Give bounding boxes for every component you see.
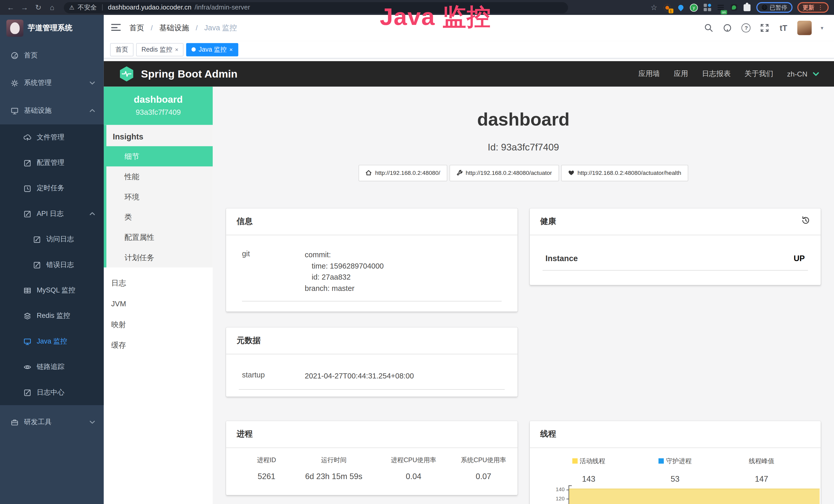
tag-java-monitor[interactable]: Java 监控× [186,43,238,56]
daemon-threads-value: 53 [671,474,680,483]
browser-reload-icon[interactable]: ↻ [33,3,43,12]
instance-links: http://192.168.0.2:48080/ http://192.168… [213,165,834,181]
sba-menu-config-props[interactable]: 配置属性 [106,227,213,247]
paused-label: 已暂停 [770,3,787,11]
spring-boot-admin-logo-icon [119,66,135,82]
health-history-icon[interactable] [801,216,810,227]
sidebar-item-dev-tools[interactable]: 研发工具 [0,408,104,436]
sidebar-item-config-management[interactable]: 配置管理 [0,150,104,175]
log-edit-icon [33,261,41,269]
sidebar-item-system[interactable]: 系统管理 [0,69,104,97]
table-icon [23,286,31,294]
sidebar-item-mysql-monitor[interactable]: MySQL 监控 [0,278,104,303]
sba-nav-language[interactable]: zh-CN [787,70,807,78]
sba-root-menu: 日志 JVM 映射 缓存 [104,268,213,356]
extension-orange-icon[interactable]: 1 [663,3,672,12]
live-threads-value: 143 [582,474,595,483]
chrome-update-button[interactable]: 更新 ⋮ [797,2,829,13]
service-url-button[interactable]: http://192.168.0.2:48080/ [358,165,447,181]
address-bar[interactable]: ⚠ 不安全 dashboard.yudao.iocoder.cn/infra/a… [64,2,568,13]
user-menu-caret-icon[interactable]: ▾ [821,25,823,31]
sidebar-item-api-logs[interactable]: API 日志 [0,201,104,226]
browser-back-icon[interactable]: ← [5,3,16,12]
extension-grid-icon[interactable] [703,3,711,12]
browser-menu-kebab-icon[interactable]: ⋮ [817,4,824,11]
sba-menu-mappings[interactable]: 映射 [104,314,213,335]
close-icon[interactable]: × [175,46,178,53]
cloud-upload-icon [23,133,31,141]
status-badge: UP [794,253,805,262]
address-divider [102,4,103,11]
extensions-puzzle-icon[interactable] [743,3,751,12]
spring-boot-admin-frame: Spring Boot Admin 应用墙 应用 日志报表 关于我们 zh-CN… [104,59,834,504]
sba-title[interactable]: Spring Boot Admin [141,68,238,80]
extension-pin-icon[interactable] [676,3,685,12]
font-size-icon[interactable]: tT [779,23,788,32]
tag-home[interactable]: 首页 [110,43,134,56]
close-icon[interactable]: × [229,46,233,53]
sba-menu-metrics[interactable]: 性能 [106,166,213,187]
language-caret-icon [813,72,819,76]
browser-actions: ☆ 1 y on 😄 已暂停 更新 ⋮ [650,2,829,13]
sidebar-item-redis-monitor[interactable]: Redis 监控 [0,303,104,328]
extension-list-icon[interactable]: on [716,3,725,12]
sba-instance-header[interactable]: dashboard 93a3fc7f7409 [104,87,213,125]
sba-menu-logs[interactable]: 日志 [104,273,213,294]
legend-daemon: 守护进程 [659,457,692,465]
heart-icon [568,170,574,176]
bookmark-star-icon[interactable]: ☆ [650,3,658,12]
sidebar-item-infrastructure[interactable]: 基础设施 [0,97,104,124]
chevron-up-icon [89,211,95,216]
sidebar-item-home[interactable]: 首页 [0,42,104,69]
breadcrumb-infrastructure[interactable]: 基础设施 [159,23,189,32]
sba-nav-journal[interactable]: 日志报表 [702,69,731,78]
profile-paused-badge[interactable]: 😄 已暂停 [756,2,793,13]
metadata-row: startup 2021-04-27T00:44:31.254+08:00 [239,365,504,389]
insights-group-label[interactable]: Insights [106,125,213,146]
instance-subtitle: Id: 93a3fc7f7409 [213,142,834,153]
breadcrumb-home[interactable]: 首页 [129,23,144,32]
help-icon[interactable]: ? [742,23,751,32]
sba-nav-wallboard[interactable]: 应用墙 [638,69,660,78]
threads-card-header: 线程 [529,421,821,448]
sidebar-item-tracing[interactable]: 链路追踪 [0,354,104,380]
sidebar-item-java-monitor[interactable]: Java 监控 [0,329,104,354]
process-table-header: 进程ID 运行时间 进程CPU使用率 系统CPU使用率 CPU核心数 [239,456,504,464]
chevron-down-icon [89,81,95,85]
sba-menu-classes[interactable]: 类 [106,207,213,227]
extension-leaf-icon[interactable] [729,3,738,12]
tag-redis-monitor[interactable]: Redis 监控× [136,43,184,56]
browser-forward-icon[interactable]: → [19,3,30,12]
info-card-header: 信息 [226,208,517,235]
sidebar-item-log-center[interactable]: 日志中心 [0,380,104,405]
metadata-card-header: 元数据 [226,327,517,354]
github-icon[interactable] [723,23,732,32]
sba-menu-environment[interactable]: 环境 [106,187,213,207]
not-secure-label[interactable]: 不安全 [78,3,97,12]
sidebar-toggle-icon[interactable] [111,24,121,32]
sba-menu-caches[interactable]: 缓存 [104,335,213,356]
url-host[interactable]: dashboard.yudao.iocoder.cn [108,4,191,11]
sba-menu-scheduled-tasks[interactable]: 计划任务 [106,247,213,268]
url-path[interactable]: /infra/admin-server [195,4,250,11]
sba-nav-applications[interactable]: 应用 [674,69,688,78]
browser-home-icon[interactable]: ⌂ [47,3,57,12]
actuator-url-button[interactable]: http://192.168.0.2:48080/actuator [449,165,559,181]
sidebar-item-file-management[interactable]: 文件管理 [0,124,104,150]
sidebar-item-access-logs[interactable]: 访问日志 [0,226,104,252]
health-url-button[interactable]: http://192.168.0.2:48080/actuator/health [561,165,688,181]
sba-menu-details[interactable]: 细节 [104,146,213,166]
fullscreen-icon[interactable] [760,23,770,32]
chevron-up-icon [89,108,95,113]
sba-nav-about[interactable]: 关于我们 [745,69,773,78]
sba-menu-jvm[interactable]: JVM [104,294,213,314]
sidebar-item-scheduled-jobs[interactable]: 定时任务 [0,175,104,201]
search-icon[interactable] [704,23,714,32]
extension-y-icon[interactable]: y [690,3,698,12]
sidebar-item-error-logs[interactable]: 错误日志 [0,252,104,278]
metadata-card: 元数据 startup 2021-04-27T00:44:31.254+08:0… [226,327,517,396]
legend-square-yellow [572,459,578,464]
annotation-java-monitor: Java 监控 [380,1,491,33]
app-logo-row[interactable]: 芋道管理系统 [0,15,104,42]
user-avatar[interactable] [797,21,812,35]
